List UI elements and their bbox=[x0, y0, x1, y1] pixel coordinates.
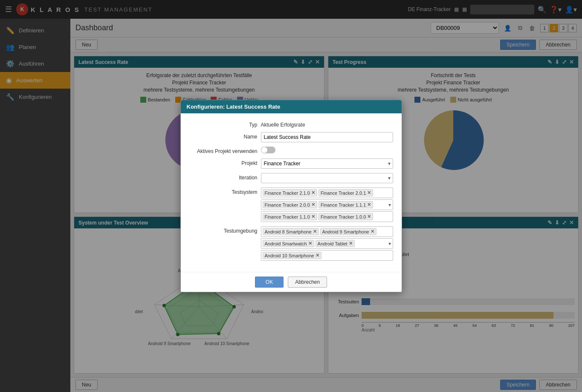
tag-android9[interactable]: Android 9 Smartphone ✕ bbox=[320, 228, 376, 235]
projekt-label: Projekt bbox=[189, 159, 258, 166]
modal-title: Konfigurieren: Latest Success Rate bbox=[187, 104, 281, 110]
projekt-select[interactable]: Finance Tracker bbox=[261, 159, 393, 169]
toggle-knob bbox=[261, 147, 267, 153]
modal-overlay: Konfigurieren: Latest Success Rate Typ A… bbox=[0, 0, 582, 392]
tag-finance-tracker-201[interactable]: Finance Tracker 2.0.1 ✕ bbox=[319, 189, 373, 196]
modal-body: Typ Aktuelle Erfolgsrate Name Aktives Pr… bbox=[181, 113, 402, 272]
tag-remove-icon[interactable]: ✕ bbox=[367, 202, 371, 208]
form-row-projekt: Projekt Finance Tracker ▾ bbox=[189, 159, 393, 169]
tag-remove-icon[interactable]: ✕ bbox=[311, 190, 315, 196]
testumgebung-row3[interactable]: Android 10 Smartphone ✕ bbox=[261, 250, 393, 261]
configure-modal: Konfigurieren: Latest Success Rate Typ A… bbox=[180, 100, 402, 292]
tag-remove-icon[interactable]: ✕ bbox=[313, 229, 317, 234]
tag-remove-icon[interactable]: ✕ bbox=[349, 241, 353, 246]
modal-cancel-button[interactable]: Abbrechen bbox=[288, 277, 327, 288]
testumgebung-dropdown-arrow[interactable]: ▾ bbox=[388, 241, 391, 247]
tag-remove-icon[interactable]: ✕ bbox=[367, 190, 371, 196]
tag-finance-tracker-210[interactable]: Finance Tracker 2.1.0 ✕ bbox=[263, 189, 317, 196]
testumgebung-tags-area: Android 8 Smartphone ✕ Android 9 Smartph… bbox=[261, 226, 393, 261]
testsystem-tags-area: Finance Tracker 2.1.0 ✕ Finance Tracker … bbox=[261, 187, 393, 222]
aktives-projekt-label: Aktives Projekt verwenden bbox=[189, 147, 258, 154]
tag-finance-tracker-200[interactable]: Finance Tracker 2.0.0 ✕ bbox=[263, 201, 317, 208]
testumgebung-label: Testumgebung bbox=[189, 226, 258, 234]
tag-android-tablet[interactable]: Android Tablet ✕ bbox=[316, 240, 355, 247]
tag-remove-icon[interactable]: ✕ bbox=[367, 214, 371, 219]
name-input[interactable] bbox=[261, 132, 393, 142]
tag-remove-icon[interactable]: ✕ bbox=[308, 241, 312, 246]
testumgebung-row1[interactable]: Android 8 Smartphone ✕ Android 9 Smartph… bbox=[261, 226, 393, 237]
testsystem-row2[interactable]: Finance Tracker 2.0.0 ✕ Finance Tracker … bbox=[261, 199, 393, 210]
iteration-label: Iteration bbox=[189, 173, 258, 181]
form-row-testumgebung: Testumgebung Android 8 Smartphone ✕ Andr… bbox=[189, 226, 393, 261]
testsystem-dropdown-arrow[interactable]: ▾ bbox=[388, 202, 391, 208]
tag-remove-icon[interactable]: ✕ bbox=[371, 229, 374, 234]
aktives-projekt-toggle[interactable] bbox=[261, 147, 275, 153]
form-row-name: Name bbox=[189, 132, 393, 142]
tag-remove-icon[interactable]: ✕ bbox=[311, 202, 315, 208]
form-row-testsystem: Testsystem Finance Tracker 2.1.0 ✕ Finan… bbox=[189, 187, 393, 222]
tag-remove-icon[interactable]: ✕ bbox=[311, 214, 315, 219]
tag-finance-tracker-110[interactable]: Finance Tracker 1.1.0 ✕ bbox=[263, 213, 317, 220]
tag-remove-icon[interactable]: ✕ bbox=[316, 253, 319, 258]
iteration-select[interactable] bbox=[261, 173, 393, 183]
testsystem-row1[interactable]: Finance Tracker 2.1.0 ✕ Finance Tracker … bbox=[261, 187, 393, 198]
tag-finance-tracker-111[interactable]: Finance Tracker 1.1.1 ✕ bbox=[319, 201, 373, 208]
modal-header: Konfigurieren: Latest Success Rate bbox=[181, 100, 402, 113]
ok-button[interactable]: OK bbox=[255, 277, 284, 288]
modal-footer: OK Abbrechen bbox=[181, 272, 402, 292]
tag-android8[interactable]: Android 8 Smartphone ✕ bbox=[263, 228, 319, 235]
testsystem-row3[interactable]: Finance Tracker 1.1.0 ✕ Finance Tracker … bbox=[261, 211, 393, 222]
name-label: Name bbox=[189, 132, 258, 140]
form-row-aktives-projekt: Aktives Projekt verwenden bbox=[189, 147, 393, 154]
form-row-iteration: Iteration ▾ bbox=[189, 173, 393, 183]
testumgebung-row2[interactable]: Android Smartwatch ✕ Android Tablet ✕ ▾ bbox=[261, 238, 393, 249]
iteration-select-wrapper: ▾ bbox=[261, 173, 393, 183]
tag-android-smartwatch[interactable]: Android Smartwatch ✕ bbox=[263, 240, 314, 247]
tag-finance-tracker-100[interactable]: Finance Tracker 1.0.0 ✕ bbox=[319, 213, 373, 220]
tag-android10[interactable]: Android 10 Smartphone ✕ bbox=[263, 252, 321, 259]
form-row-typ: Typ Aktuelle Erfolgsrate bbox=[189, 120, 393, 128]
typ-value: Aktuelle Erfolgsrate bbox=[261, 120, 393, 128]
typ-label: Typ bbox=[189, 120, 258, 128]
projekt-select-wrapper: Finance Tracker ▾ bbox=[261, 159, 393, 169]
testsystem-label: Testsystem bbox=[189, 187, 258, 195]
